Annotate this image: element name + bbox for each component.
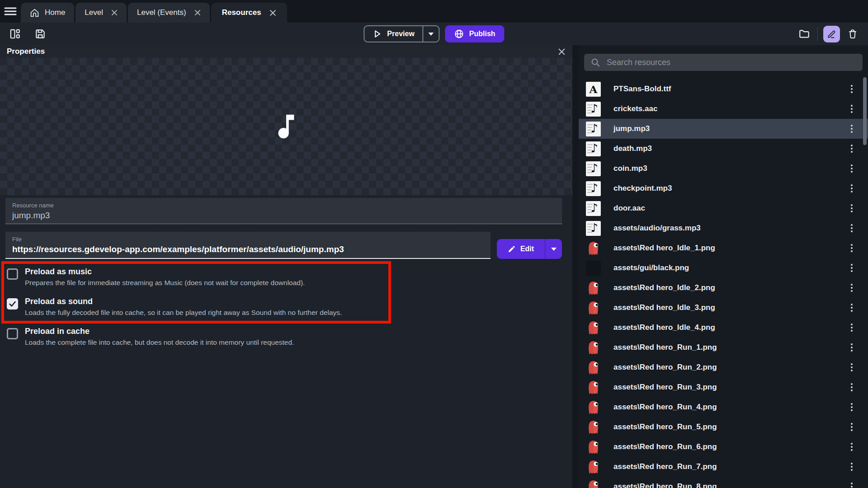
resource-type-icon bbox=[586, 400, 601, 415]
home-icon bbox=[30, 8, 39, 18]
kebab-menu-icon[interactable] bbox=[849, 83, 854, 95]
resource-name-field[interactable]: Resource name jump.mp3 bbox=[5, 198, 562, 224]
resource-name-label: assets\Red hero_Run_5.png bbox=[613, 422, 717, 432]
resource-name-value[interactable]: jump.mp3 bbox=[12, 211, 555, 221]
kebab-menu-icon[interactable] bbox=[849, 481, 854, 488]
resource-list-item[interactable]: ♪ assets/audio/grass.mp3 bbox=[579, 218, 868, 238]
kebab-menu-icon[interactable] bbox=[849, 143, 854, 155]
resource-type-icon bbox=[586, 479, 601, 488]
preload-options: Preload as music Prepares the file for i… bbox=[7, 266, 562, 356]
resource-list-item[interactable]: assets\Red hero_Run_7.png bbox=[579, 457, 868, 477]
kebab-menu-icon[interactable] bbox=[849, 222, 854, 234]
kebab-menu-icon[interactable] bbox=[849, 361, 854, 373]
kebab-menu-icon[interactable] bbox=[849, 401, 854, 413]
preview-options-button[interactable] bbox=[423, 26, 439, 42]
tab-home[interactable]: Home bbox=[21, 3, 74, 23]
preview-button[interactable]: Preview bbox=[364, 26, 422, 42]
tab-close-icon[interactable] bbox=[111, 9, 118, 16]
resource-list-item[interactable]: ♪ crickets.aac bbox=[579, 99, 868, 119]
resource-list-item[interactable]: assets\Red hero_Run_8.png bbox=[579, 477, 868, 488]
resource-type-icon bbox=[586, 340, 601, 355]
kebab-menu-icon[interactable] bbox=[849, 461, 854, 473]
check-icon bbox=[8, 300, 17, 308]
resource-list-item[interactable]: assets\Red hero_Run_3.png bbox=[579, 377, 868, 397]
resource-name-label: assets/audio/grass.mp3 bbox=[613, 224, 701, 233]
kebab-menu-icon[interactable] bbox=[849, 103, 854, 115]
resource-name-label: PTSans-Bold.ttf bbox=[613, 84, 671, 94]
resource-list-item[interactable]: assets\Red hero_Idle_2.png bbox=[579, 278, 868, 298]
resource-list-item[interactable]: ♪ checkpoint.mp3 bbox=[579, 178, 868, 198]
kebab-menu-icon[interactable] bbox=[849, 342, 854, 353]
tab-level[interactable]: Level bbox=[75, 3, 127, 23]
preload-in-cache-checkbox[interactable] bbox=[7, 328, 18, 339]
preview-button-group: Preview bbox=[363, 25, 439, 42]
kebab-menu-icon[interactable] bbox=[849, 242, 854, 254]
kebab-menu-icon[interactable] bbox=[849, 163, 854, 174]
edit-options-button[interactable] bbox=[545, 239, 562, 259]
kebab-menu-icon[interactable] bbox=[849, 262, 854, 274]
play-icon bbox=[373, 29, 382, 38]
kebab-menu-icon[interactable] bbox=[849, 441, 854, 453]
pencil-icon bbox=[508, 245, 516, 253]
resource-list-item[interactable]: ♪ door.aac bbox=[579, 198, 868, 218]
resource-list-item[interactable]: assets\Red hero_Idle_4.png bbox=[579, 318, 868, 338]
layout-panels-icon bbox=[9, 28, 21, 40]
resource-type-icon bbox=[586, 360, 601, 375]
tab-label: Resources bbox=[222, 8, 261, 17]
open-folder-button[interactable] bbox=[797, 26, 812, 42]
resource-type-icon bbox=[586, 281, 601, 296]
tab-close-icon[interactable] bbox=[194, 9, 201, 16]
resource-list-item[interactable]: assets\Red hero_Run_1.png bbox=[579, 338, 868, 357]
resource-list: A PTSans-Bold.ttf ♪ crickets.aac ♪ jump.… bbox=[579, 79, 868, 488]
file-field[interactable]: File https://resources.gdevelop-app.com/… bbox=[5, 232, 491, 259]
edit-properties-button[interactable] bbox=[823, 26, 840, 42]
resource-list-item[interactable]: assets\Red hero_Run_2.png bbox=[579, 357, 868, 377]
project-manager-button[interactable] bbox=[7, 26, 23, 42]
tab-level-events[interactable]: Level (Events) bbox=[128, 3, 210, 23]
edit-file-button[interactable]: Edit bbox=[497, 239, 545, 259]
kebab-menu-icon[interactable] bbox=[849, 381, 854, 393]
resource-name-label: assets\Red hero_Idle_4.png bbox=[613, 323, 715, 332]
edit-label: Edit bbox=[520, 245, 534, 253]
kebab-menu-icon[interactable] bbox=[849, 322, 854, 333]
resource-list-item[interactable]: assets/gui/black.png bbox=[579, 258, 868, 278]
resource-list-item[interactable]: assets\Red hero_Idle_3.png bbox=[579, 298, 868, 318]
resource-list-item[interactable]: ♪ death.mp3 bbox=[579, 139, 868, 159]
resource-type-icon: ♪ bbox=[586, 161, 601, 176]
tab-resources[interactable]: Resources bbox=[211, 3, 287, 23]
resource-name-label: crickets.aac bbox=[613, 104, 657, 113]
preload-as-music-checkbox[interactable] bbox=[7, 268, 18, 280]
publish-button[interactable]: Publish bbox=[445, 25, 505, 42]
resource-list-item[interactable]: assets\Red hero_Run_5.png bbox=[579, 417, 868, 437]
resource-type-icon bbox=[586, 380, 601, 395]
close-properties-button[interactable] bbox=[558, 48, 566, 56]
resource-list-item[interactable]: assets\Red hero_Run_4.png bbox=[579, 397, 868, 417]
kebab-menu-icon[interactable] bbox=[849, 123, 854, 135]
scrollbar[interactable] bbox=[863, 77, 867, 145]
tab-close-icon[interactable] bbox=[269, 9, 276, 16]
resource-list-item[interactable]: ♪ jump.mp3 bbox=[579, 119, 868, 139]
resource-list-item[interactable]: ♪ coin.mp3 bbox=[579, 159, 868, 178]
preload-as-sound-checkbox[interactable] bbox=[7, 298, 18, 310]
music-note-icon bbox=[270, 111, 302, 142]
kebab-menu-icon[interactable] bbox=[849, 183, 854, 194]
resource-list-item[interactable]: assets\Red hero_Run_6.png bbox=[579, 437, 868, 457]
resource-type-icon: ♪ bbox=[586, 201, 601, 216]
search-input[interactable] bbox=[607, 58, 856, 67]
kebab-menu-icon[interactable] bbox=[849, 202, 854, 214]
option-description: Prepares the file for immediate streamin… bbox=[25, 278, 305, 287]
resources-search[interactable] bbox=[584, 54, 863, 71]
resource-type-icon bbox=[586, 420, 601, 435]
save-button[interactable] bbox=[33, 26, 48, 42]
kebab-menu-icon[interactable] bbox=[849, 302, 854, 314]
resource-type-icon: ♪ bbox=[586, 122, 601, 136]
resource-list-item[interactable]: assets\Red hero_Idle_1.png bbox=[579, 238, 868, 258]
delete-button[interactable] bbox=[845, 27, 860, 41]
main-menu-button[interactable] bbox=[0, 0, 21, 23]
kebab-menu-icon[interactable] bbox=[849, 282, 854, 294]
close-icon bbox=[558, 48, 566, 56]
file-url-value[interactable]: https://resources.gdevelop-app.com/examp… bbox=[12, 244, 484, 254]
kebab-menu-icon[interactable] bbox=[849, 421, 854, 433]
option-description: Loads the complete file into cache, but … bbox=[25, 338, 294, 347]
resource-list-item[interactable]: A PTSans-Bold.ttf bbox=[579, 79, 868, 99]
